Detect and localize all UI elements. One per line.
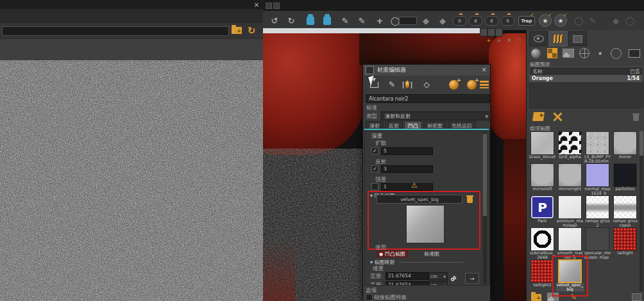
tab-diffuse[interactable]: 漫射 [366, 121, 384, 129]
width-input[interactable]: 21.67654 [386, 272, 428, 280]
preset-group-row[interactable]: Orange 1/54 [529, 75, 642, 82]
pan-hand2-icon[interactable] [321, 14, 334, 27]
menu-icon[interactable] [266, 3, 272, 9]
inner-restore-button[interactable] [487, 28, 495, 37]
texture-item[interactable]: mirror [611, 131, 639, 163]
width-unit-dropdown[interactable]: cm ▼ [428, 272, 448, 281]
tab-reflection[interactable]: 反射 [385, 121, 403, 129]
display-screen-icon[interactable] [627, 47, 641, 60]
height-unit-dropdown[interactable]: cm ▼ [428, 281, 448, 286]
texture-item[interactable]: taillight2 [529, 259, 556, 291]
texture-item[interactable]: LS_BUMP_PYR-28.05mm_20080408_E2 [584, 131, 611, 163]
fit-texture-button[interactable]: → [465, 273, 479, 284]
menu-icon[interactable] [273, 3, 280, 9]
inner-close-button[interactable] [495, 28, 503, 37]
presets-circle-icon[interactable] [609, 47, 623, 60]
radio-bump-map[interactable]: ● 凹凸贴图 [377, 250, 408, 257]
tab-visibility[interactable] [529, 31, 548, 46]
texture-item[interactable]: mirrorleft [529, 163, 556, 195]
texture-item[interactable]: Grill_alpha [556, 131, 584, 163]
link-overlay-icon[interactable]: ∞ [495, 37, 503, 44]
close-icon[interactable]: × [482, 66, 487, 73]
param-intensity-checkbox[interactable] [371, 183, 378, 190]
images-icon[interactable] [561, 47, 575, 60]
texture-path-input[interactable] [2, 26, 229, 36]
texture-item[interactable]: specular_modulate_map_1024_grey8 [584, 227, 611, 259]
texture-item[interactable]: sideralblue_2048 [529, 227, 556, 259]
texture-item[interactable]: peinture_martelage [556, 195, 584, 227]
axis-flag-icon[interactable]: ⌖ [485, 37, 493, 44]
textures-grid-icon[interactable] [545, 47, 559, 60]
tab-render[interactable] [568, 31, 587, 46]
materials-sphere-icon[interactable] [529, 47, 543, 60]
texture-item-selected[interactable]: velvet_spec_big [556, 259, 584, 291]
texture-item[interactable]: rampe griss copie [611, 195, 639, 227]
texture-item[interactable]: Grain_Velvet [529, 131, 556, 163]
layers-stack-icon[interactable] [479, 79, 490, 90]
material-editor-titlebar[interactable]: 材质编辑器 × [363, 65, 490, 76]
picker-pen-icon[interactable]: ✎ [386, 79, 398, 90]
move-icon[interactable]: + [373, 14, 386, 27]
link-transform-checkbox[interactable] [366, 294, 373, 301]
paint-brush-icon[interactable]: ✎ [568, 293, 579, 301]
import-texture-folder-button[interactable]: + [530, 293, 542, 301]
counter-button-1[interactable]: 0 [453, 16, 466, 26]
new-material-icon[interactable]: + [448, 79, 459, 90]
bump-texture-preview[interactable] [406, 205, 445, 243]
duplicate-material-icon[interactable]: + [466, 79, 477, 90]
tab-raytrace[interactable]: 光线追踪 [448, 121, 476, 129]
pen-tool-icon[interactable]: ✎ [339, 14, 352, 27]
texture-item[interactable]: rampe griss 2 [584, 195, 611, 227]
add-image-button[interactable] [547, 293, 559, 301]
diamond2-icon[interactable]: ◆ [436, 14, 449, 27]
preset-list-body[interactable] [529, 82, 643, 108]
tab-library[interactable] [548, 31, 568, 46]
counter-button-4[interactable]: 0 [501, 16, 514, 26]
texture-viewer-titlebar[interactable]: × [0, 0, 263, 10]
bump-texture-name-field[interactable]: velvet_spec_big [377, 195, 462, 204]
param-diffuse-input[interactable]: 5 [381, 147, 433, 155]
cut-overlay-icon[interactable]: ✕ [505, 37, 513, 44]
tab-bump[interactable]: 凹凸 [404, 121, 422, 129]
counter-button-3[interactable]: 6 [485, 16, 498, 26]
selected-column-header[interactable]: 已选 [630, 68, 643, 75]
texture-item[interactable]: smooth_leather_b [556, 227, 584, 259]
texture-item[interactable]: mirrorright [556, 163, 584, 195]
param-intensity-input[interactable]: 1 [381, 183, 433, 191]
gear-overlay-icon[interactable]: ◌ [515, 37, 523, 44]
inner-minimize-button[interactable] [480, 28, 487, 37]
texture-item[interactable]: PPark [529, 195, 556, 227]
scrollbar-thumb[interactable] [640, 131, 643, 156]
link-dimensions-icon[interactable]: ∞ [447, 272, 459, 284]
height-input[interactable]: 21.67654 [386, 281, 428, 286]
param-reflect-checkbox[interactable]: ✓ [371, 165, 378, 172]
node-select-icon[interactable]: ◇ [421, 79, 432, 90]
toolbar-input[interactable] [399, 17, 417, 25]
material-type-dropdown[interactable]: 漫射和反射 ▼ [381, 111, 491, 120]
param-reflect-input[interactable]: 3 [381, 165, 433, 173]
texture-item[interactable]: normal_map_1024_9 [584, 163, 611, 195]
name-column-header[interactable]: 名称 [530, 68, 630, 75]
param-diffuse-checkbox[interactable]: ✓ [371, 147, 378, 154]
counter-button-2[interactable]: 8 [469, 16, 482, 26]
close-icon[interactable]: × [253, 1, 260, 8]
refresh-icon[interactable]: ↻ [246, 25, 257, 37]
pen-select-icon[interactable]: ✎ [355, 14, 368, 27]
texture-item[interactable]: paillettes [611, 163, 639, 195]
scrollbar-thumb[interactable] [483, 134, 487, 216]
orbit-left-icon[interactable]: ↺ [268, 14, 281, 27]
texture-options-button[interactable] [631, 293, 642, 301]
pan-hand-icon[interactable] [304, 14, 317, 27]
texture-preview-image[interactable] [0, 60, 263, 301]
open-folder-icon[interactable]: + [232, 27, 242, 34]
orbit-right-icon[interactable]: ↻ [285, 14, 298, 27]
mapping-section-header[interactable]: ▾ 贴图映射 [370, 259, 463, 266]
diamond-icon[interactable]: ◆ [419, 14, 432, 27]
tab-label[interactable]: 标签图 [423, 121, 446, 129]
material-name-field[interactable]: Alcantara noir2 [366, 94, 490, 103]
add-library-button[interactable] [532, 111, 545, 122]
favorites-star-icon[interactable]: ★ [593, 47, 607, 60]
delete-texture-button[interactable] [466, 195, 473, 203]
material-ball-bracket-icon[interactable]: [] [402, 79, 413, 90]
texture-grid-scrollbar[interactable] [640, 131, 643, 291]
